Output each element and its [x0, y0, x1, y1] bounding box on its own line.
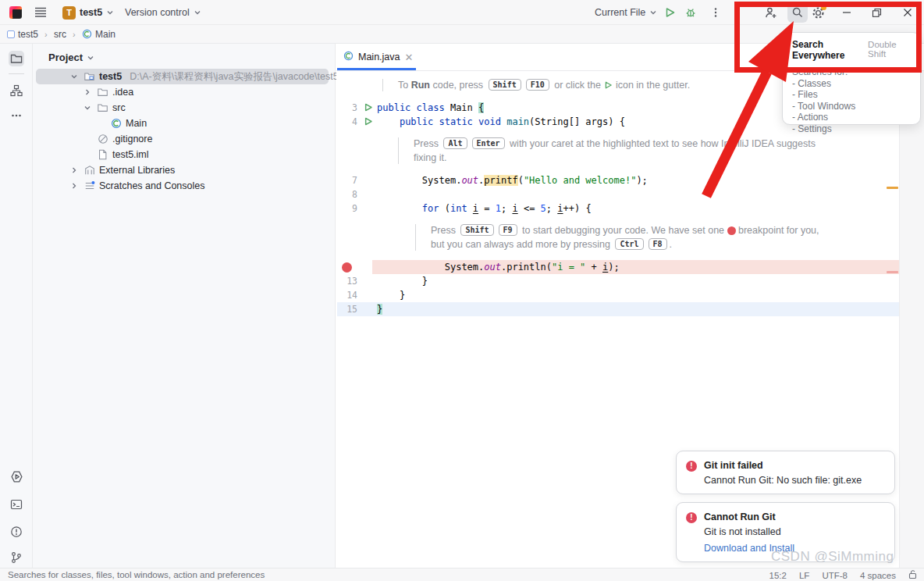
warning-stripe-mark	[887, 187, 898, 189]
tree-chevron-icon[interactable]	[82, 87, 93, 98]
run-tool-window-button[interactable]	[9, 469, 24, 484]
run-triangle-icon	[603, 80, 613, 91]
tree-spacer	[95, 118, 106, 129]
tree-item-external-libraries[interactable]: External Libraries	[33, 162, 335, 178]
more-tool-windows-button[interactable]	[9, 108, 24, 123]
file-icon	[96, 148, 109, 161]
class-icon	[82, 29, 92, 40]
problems-icon	[10, 526, 23, 538]
terminal-tool-window-button[interactable]	[9, 497, 24, 512]
structure-tool-button[interactable]	[9, 83, 24, 98]
tooltip-item: - Settings	[792, 123, 911, 135]
indent-guide	[415, 224, 416, 251]
indent-widget[interactable]: 4 spaces	[860, 570, 896, 581]
tree-chevron-icon[interactable]	[69, 71, 80, 82]
tree-chevron-icon[interactable]	[69, 165, 80, 176]
code-text: public class Main {	[377, 101, 484, 115]
code-text: }	[377, 274, 428, 288]
indent-guide	[398, 137, 399, 164]
line-number: 13	[337, 274, 357, 288]
tree-chevron-icon[interactable]	[69, 180, 80, 191]
code-text: System.out.printf("Hello and welcome!");	[377, 173, 648, 187]
error-icon: !	[686, 461, 697, 472]
line-number: 14	[337, 288, 357, 302]
caret-position-widget[interactable]: 15:2	[769, 570, 787, 581]
editor-scrollbar-stripe[interactable]	[899, 71, 924, 568]
breadcrumb-item-src[interactable]: src	[54, 25, 66, 44]
tree-item-main[interactable]: Main	[33, 116, 335, 131]
editor-inline-tip: To Run code, press ShiftF10 or click the…	[398, 78, 690, 92]
project-name: test5	[80, 7, 102, 18]
code-line-7[interactable]: 7 System.out.printf("Hello and welcome!"…	[337, 173, 899, 187]
run-hexagon-icon	[10, 470, 23, 483]
terminal-icon	[10, 498, 23, 511]
line-separator-widget[interactable]: LF	[799, 570, 809, 581]
breadcrumb-separator: ›	[73, 25, 76, 44]
breadcrumb-item-project[interactable]: test5	[7, 25, 38, 44]
tree-item-label: .gitignore	[112, 134, 152, 144]
folder-icon	[96, 102, 109, 114]
chevron-down-icon	[106, 9, 114, 16]
tree-item-label: .idea	[112, 87, 133, 98]
editor-inline-tip: Press AltEnter with your caret at the hi…	[414, 137, 816, 165]
tree-item-test5[interactable]: test5D:\A-资料\课程资料\java实验报告\javacode\test…	[33, 69, 335, 84]
vcs-widget[interactable]: Version control	[125, 0, 201, 25]
chevron-down-icon	[87, 54, 94, 62]
project-panel: Project test5D:\A-资料\课程资料\java实验报告\javac…	[33, 44, 336, 568]
tree-item-scratches-and-consoles[interactable]: Scratches and Consoles	[33, 178, 335, 194]
code-line-8[interactable]: 8	[337, 187, 899, 201]
keycap: Alt	[443, 137, 467, 149]
gutter-run-icon[interactable]	[363, 116, 373, 129]
ide-window: T test5 Version control Current File	[0, 0, 924, 581]
annotation-rectangle	[734, 2, 922, 73]
folder-icon	[10, 52, 23, 65]
current-line-highlight	[337, 302, 899, 316]
chevron-down-icon	[194, 9, 201, 16]
notification-card: !Git init failedCannot Run Git: No such …	[676, 451, 895, 494]
keycap: F10	[526, 79, 549, 91]
breakpoint-icon[interactable]	[342, 262, 352, 273]
notification-title: Git init failed	[704, 460, 862, 471]
keycap: Shift	[460, 224, 493, 236]
code-line-9[interactable]: 9 for (int i = 1; i <= 5; i++) {	[337, 201, 899, 216]
encoding-widget[interactable]: UTF-8	[822, 570, 848, 581]
keycap: Shift	[489, 79, 521, 91]
tree-spacer	[82, 149, 93, 160]
line-number: 3	[337, 101, 357, 115]
notification-body: Git is not installed	[704, 526, 794, 537]
line-number: 4	[337, 115, 357, 129]
code-line[interactable]: System.out.println("i = " + i);	[337, 260, 899, 274]
line-number: 15	[337, 302, 357, 316]
keycap: F8	[649, 238, 667, 250]
main-menu-button[interactable]	[34, 0, 47, 25]
project-tool-button[interactable]	[9, 51, 24, 66]
project-widget[interactable]: T test5	[62, 0, 114, 25]
line-number: 9	[337, 201, 357, 216]
gutter-run-icon[interactable]	[363, 102, 373, 115]
tree-chevron-icon[interactable]	[82, 102, 93, 113]
project-panel-header[interactable]: Project	[48, 52, 94, 63]
problems-tool-window-button[interactable]	[9, 524, 24, 540]
readonly-lock-icon[interactable]	[908, 569, 918, 581]
tree-item--gitignore[interactable]: .gitignore	[33, 131, 335, 147]
code-line-14[interactable]: 14 }	[337, 288, 899, 302]
notification-title: Cannot Run Git	[704, 511, 794, 522]
watermark: CSDN @SiMmming	[771, 549, 894, 565]
scratches-icon	[83, 180, 96, 192]
tooltip-item: - Tool Windows	[792, 101, 911, 112]
code-line-15[interactable]: 15}	[337, 302, 899, 316]
project-badge: T	[62, 6, 76, 20]
git-tool-window-button[interactable]	[9, 550, 24, 565]
breadcrumb-separator: ›	[44, 25, 48, 44]
breadcrumb-item-main[interactable]: Main	[82, 25, 116, 44]
keycap: Enter	[472, 137, 505, 149]
tree-item-src[interactable]: src	[33, 100, 335, 116]
line-number: 8	[337, 187, 357, 201]
code-text: System.out.println("i = " + i);	[377, 260, 620, 274]
tree-item--idea[interactable]: .idea	[33, 84, 335, 100]
breakpoint-stripe-mark	[887, 271, 898, 273]
code-line-13[interactable]: 13 }	[337, 274, 899, 288]
code-text: }	[377, 302, 382, 316]
tree-item-test5-iml[interactable]: test5.iml	[33, 147, 335, 162]
more-dots-icon	[11, 110, 22, 121]
